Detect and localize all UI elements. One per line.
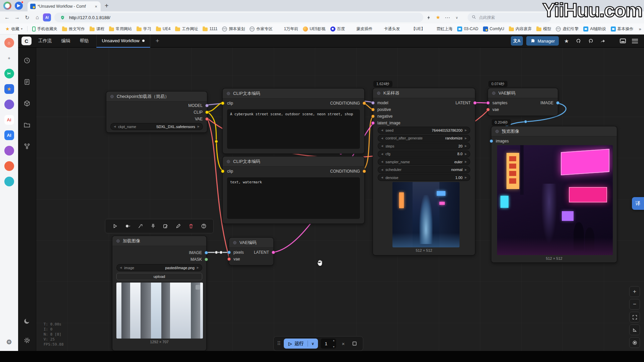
menu-帮助[interactable]: 帮助 [75, 38, 94, 44]
node-load-image[interactable]: 加载图像 IMAGE MASK ◀imagepasted/image.png▶ … [112, 236, 207, 351]
conditioning-port[interactable] [371, 115, 375, 118]
collapse-dot[interactable] [233, 241, 236, 244]
pin-icon[interactable] [149, 222, 157, 231]
conditioning-port[interactable] [363, 102, 366, 105]
batch-spinner[interactable]: ▲▼ [333, 339, 335, 348]
node-vae-decode[interactable]: VAE解码 samples IMAGE vae [488, 88, 558, 116]
output-model[interactable]: MODEL [106, 102, 207, 109]
queue-icon[interactable] [574, 37, 583, 45]
new-tab-button[interactable]: + [105, 2, 109, 10]
bookmark-item[interactable]: 推文写作 [60, 25, 87, 33]
quick-search-box[interactable]: 点此搜索 [468, 13, 551, 22]
focus-button[interactable] [629, 337, 640, 348]
ai-blue-icon[interactable]: AI [4, 130, 14, 140]
collapse-dot[interactable] [495, 130, 499, 133]
ai-red-icon[interactable]: Ai [4, 115, 14, 125]
input-images[interactable]: images [491, 138, 617, 144]
clear-queue-icon[interactable]: × [339, 339, 347, 348]
bookmark-item[interactable]: 手机收藏夹 [30, 25, 59, 33]
vae-port[interactable] [486, 108, 490, 111]
node-ksampler[interactable]: K采样器 modelpositivenegativelatent_image L… [373, 88, 475, 255]
more-dots-icon[interactable]: ⋯ [443, 13, 451, 21]
orange-app-icon[interactable] [4, 161, 14, 171]
queue-history-icon[interactable] [21, 54, 33, 66]
share-icon[interactable] [598, 37, 607, 45]
steps-widget[interactable]: ◀steps20▶ [378, 142, 470, 149]
edit-note-icon[interactable] [161, 222, 170, 231]
home-icon[interactable]: ⌂ [33, 13, 42, 22]
translate-button[interactable]: 文A [511, 36, 523, 46]
input-positive[interactable]: positive [373, 106, 475, 113]
collapse-dot[interactable] [227, 92, 230, 95]
bookmark-item[interactable]: ComfyU [481, 25, 506, 33]
back-icon[interactable]: ← [3, 13, 11, 22]
favorite-star-icon[interactable]: ★ [434, 13, 442, 21]
capcut-icon[interactable]: ✂ [4, 69, 14, 78]
conditioning-port[interactable] [371, 108, 375, 111]
bookmark-item[interactable]: 模型 [534, 25, 553, 33]
collapse-dot[interactable] [227, 160, 230, 163]
star-app-icon[interactable]: ★ [4, 84, 14, 94]
node-canvas[interactable]: Checkpoint加载器（简易） MODEL CLIP VAE ◀ckpt_n… [36, 48, 644, 351]
bookmark-item[interactable]: AI辅助设 [581, 25, 608, 33]
node-library-icon[interactable] [21, 76, 33, 88]
bookmark-item[interactable]: 学习 [135, 25, 153, 33]
bookmark-item[interactable]: 【UE】 [403, 25, 427, 33]
bookmark-item[interactable]: 虚幻引擎 [554, 25, 581, 33]
output-latent[interactable]: LATENT [229, 249, 273, 256]
image-port[interactable] [490, 139, 493, 143]
model-port[interactable] [205, 104, 209, 107]
mask-edit-icon[interactable] [196, 285, 200, 290]
collapse-dot[interactable] [377, 92, 380, 95]
bookmarks-overflow-icon[interactable]: » [639, 26, 641, 32]
lightning-icon[interactable] [425, 13, 433, 21]
input-vae[interactable]: vae [229, 256, 273, 262]
bookmark-item[interactable]: 常用网站 [107, 25, 134, 33]
upload-button[interactable]: upload [116, 273, 202, 280]
node-clip-text-encode-negative[interactable]: CLIP文本编码 clip CONDITIONING text, waterma… [222, 156, 365, 224]
tab-close-icon[interactable]: × [94, 4, 98, 9]
address-field[interactable]: http://127.0.0.1:8188/ [54, 13, 423, 22]
comfyui-logo[interactable]: C [21, 37, 32, 45]
bookmark-item[interactable]: 1万年前 [275, 25, 300, 33]
page-translate-fab[interactable]: 译 [632, 197, 644, 210]
forward-icon[interactable]: → [13, 13, 21, 22]
bookmark-item[interactable]: UE5影视 [301, 25, 327, 33]
prompt-text[interactable]: A cyberpunk street scene, outdoor scene,… [227, 109, 360, 149]
queue-alt-icon[interactable] [586, 37, 595, 45]
play-icon[interactable] [111, 222, 119, 231]
conditioning-port[interactable] [363, 170, 366, 173]
menu-工作流[interactable]: 工作流 [34, 38, 57, 44]
image-port[interactable] [205, 251, 208, 254]
color-icon[interactable] [123, 222, 132, 231]
bookmark-item[interactable]: 工作网址 [173, 25, 200, 33]
select-mode-button[interactable] [629, 324, 640, 335]
seed-widget[interactable]: ◀seed764440153786200▶ [378, 127, 470, 134]
bookmark-item[interactable]: 1111 [201, 25, 219, 32]
bookmark-item[interactable]: 蒙皮插件 [348, 25, 375, 33]
new-workflow-button[interactable]: + [150, 37, 165, 45]
prompt-text[interactable]: text, watermark [227, 177, 360, 219]
image-select-widget[interactable]: ◀imagepasted/image.png▶ [116, 264, 202, 271]
route-icon[interactable] [136, 222, 145, 231]
zoom-in-button[interactable]: + [629, 286, 640, 297]
bookmark-item[interactable]: 03-CAD [455, 25, 480, 33]
batch-count-input[interactable]: 1 ▲▼ [321, 339, 336, 349]
output-image[interactable]: IMAGE [488, 100, 558, 106]
bookmark-item[interactable]: 基本操作 [609, 25, 636, 33]
run-button[interactable]: ▷运行 ∨ [284, 339, 318, 349]
favorite-star-icon[interactable]: ★ [562, 37, 571, 45]
bookmark-item[interactable]: 霓虹上海 [428, 25, 454, 33]
input-vae[interactable]: vae [488, 106, 558, 113]
bookmark-item[interactable]: 卡通头发 [375, 25, 402, 33]
browser-settings-icon[interactable]: ⚙ [4, 337, 14, 347]
control_after_generate-widget[interactable]: ◀control_after_generaterandomize▶ [378, 135, 470, 142]
reload-icon[interactable]: ↻ [23, 13, 32, 22]
add-icon[interactable]: + [4, 53, 14, 63]
output-vae[interactable]: VAE [106, 116, 207, 122]
bookmark-item[interactable]: UE4 [154, 25, 172, 32]
rename-icon[interactable] [174, 222, 183, 231]
ai-assistant-icon[interactable]: AI [43, 13, 51, 21]
output-image[interactable]: IMAGE [112, 249, 206, 256]
run-options-chevron-icon[interactable]: ∨ [308, 342, 317, 346]
